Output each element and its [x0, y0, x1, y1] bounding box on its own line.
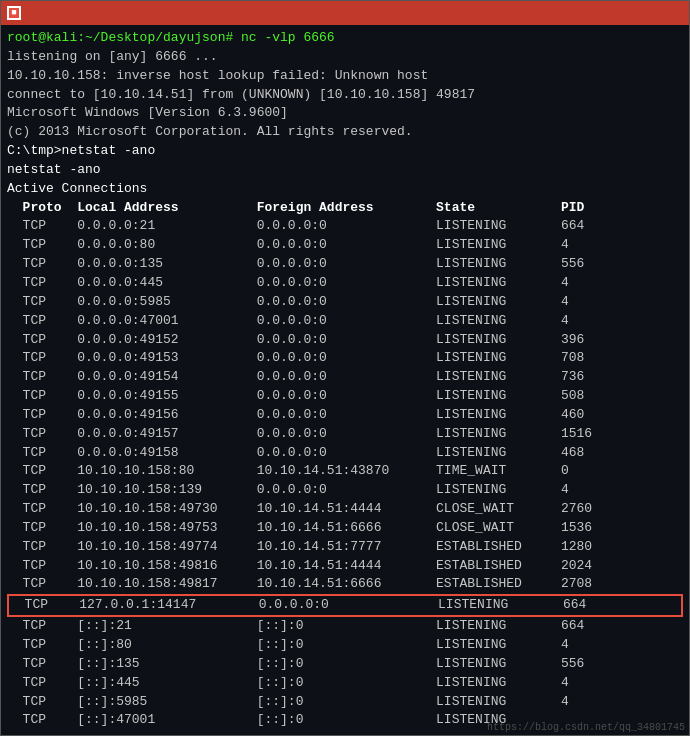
terminal-line: TCP [::]:21 [::]:0 LISTENING 664	[7, 617, 683, 636]
terminal-line: C:\tmp>netstat -ano	[7, 142, 683, 161]
terminal-line: TCP 0.0.0.0:49154 0.0.0.0:0 LISTENING 73…	[7, 368, 683, 387]
terminal-line: TCP [::]:135 [::]:0 LISTENING 556	[7, 655, 683, 674]
terminal-line: TCP 0.0.0.0:445 0.0.0.0:0 LISTENING 4	[7, 274, 683, 293]
terminal-line: TCP 10.10.10.158:49816 10.10.14.51:4444 …	[7, 557, 683, 576]
terminal-line: listening on [any] 6666 ...	[7, 48, 683, 67]
terminal-line: TCP 10.10.10.158:49817 10.10.14.51:6666 …	[7, 575, 683, 594]
terminal-line: TCP 0.0.0.0:49155 0.0.0.0:0 LISTENING 50…	[7, 387, 683, 406]
watermark: https://blog.csdn.net/qq_34801745	[487, 722, 685, 733]
terminal-line: TCP 0.0.0.0:80 0.0.0.0:0 LISTENING 4	[7, 236, 683, 255]
terminal-line: TCP 0.0.0.0:47001 0.0.0.0:0 LISTENING 4	[7, 312, 683, 331]
terminal-line: TCP 0.0.0.0:49152 0.0.0.0:0 LISTENING 39…	[7, 331, 683, 350]
window-icon: ■	[11, 8, 16, 18]
terminal-line: netstat -ano	[7, 161, 683, 180]
terminal-line: Microsoft Windows [Version 6.3.9600]	[7, 104, 683, 123]
title-bar-icon: ■	[7, 6, 21, 20]
prompt-line: root@kali:~/Desktop/dayujson# nc -vlp 66…	[7, 29, 683, 48]
terminal-line: TCP 0.0.0.0:49157 0.0.0.0:0 LISTENING 15…	[7, 425, 683, 444]
terminal-line: TCP [::]:5985 [::]:0 LISTENING 4	[7, 693, 683, 712]
terminal-line: connect to [10.10.14.51] from (UNKNOWN) …	[7, 86, 683, 105]
terminal-line: Active Connections	[7, 180, 683, 199]
terminal-line: Proto Local Address Foreign Address Stat…	[7, 199, 683, 218]
terminal-line: TCP 0.0.0.0:49156 0.0.0.0:0 LISTENING 46…	[7, 406, 683, 425]
terminal-line: TCP [::]:445 [::]:0 LISTENING 4	[7, 674, 683, 693]
terminal-line: TCP 10.10.10.158:139 0.0.0.0:0 LISTENING…	[7, 481, 683, 500]
terminal-line: TCP 0.0.0.0:5985 0.0.0.0:0 LISTENING 4	[7, 293, 683, 312]
terminal-line: (c) 2013 Microsoft Corporation. All righ…	[7, 123, 683, 142]
terminal-line: 10.10.10.158: inverse host lookup failed…	[7, 67, 683, 86]
terminal-line: TCP 10.10.10.158:49774 10.10.14.51:7777 …	[7, 538, 683, 557]
terminal-line: TCP 0.0.0.0:135 0.0.0.0:0 LISTENING 556	[7, 255, 683, 274]
terminal-line: TCP 10.10.10.158:49753 10.10.14.51:6666 …	[7, 519, 683, 538]
terminal-body[interactable]: root@kali:~/Desktop/dayujson# nc -vlp 66…	[1, 25, 689, 735]
title-bar: ■	[1, 1, 689, 25]
terminal-window: ■ root@kali:~/Desktop/dayujson# nc -vlp …	[0, 0, 690, 736]
terminal-line: TCP 10.10.10.158:49730 10.10.14.51:4444 …	[7, 500, 683, 519]
highlighted-row: TCP 127.0.0.1:14147 0.0.0.0:0 LISTENING …	[7, 594, 683, 617]
terminal-line: TCP 0.0.0.0:21 0.0.0.0:0 LISTENING 664	[7, 217, 683, 236]
terminal-line: TCP [::]:80 [::]:0 LISTENING 4	[7, 636, 683, 655]
terminal-line: TCP 10.10.10.158:80 10.10.14.51:43870 TI…	[7, 462, 683, 481]
terminal-line: TCP 0.0.0.0:49158 0.0.0.0:0 LISTENING 46…	[7, 444, 683, 463]
terminal-line: TCP 0.0.0.0:49153 0.0.0.0:0 LISTENING 70…	[7, 349, 683, 368]
